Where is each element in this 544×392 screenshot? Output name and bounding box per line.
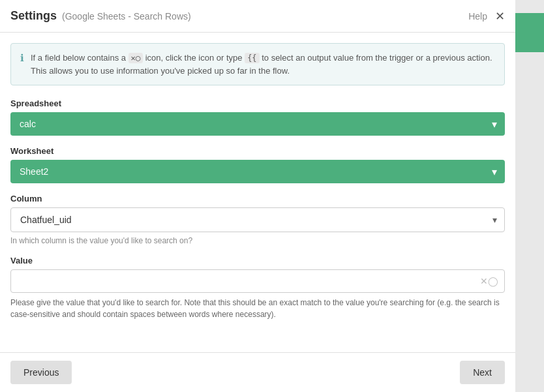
header-left: Settings (Google Sheets - Search Rows) <box>10 9 191 23</box>
worksheet-select[interactable]: Sheet2 <box>10 160 505 183</box>
side-panel-tab <box>515 13 544 52</box>
next-button[interactable]: Next <box>460 361 505 384</box>
spreadsheet-label: Spreadsheet <box>10 98 505 108</box>
info-box: ℹ If a field below contains a ✕◯ icon, c… <box>10 43 505 85</box>
header: Settings (Google Sheets - Search Rows) H… <box>0 0 515 33</box>
page-title: Settings <box>10 9 57 23</box>
worksheet-select-wrapper[interactable]: Sheet2 ▾ <box>10 160 505 183</box>
footer: Previous Next <box>0 352 515 392</box>
column-label: Column <box>10 194 505 204</box>
column-select[interactable]: Chatfuel_uid <box>10 207 505 232</box>
spreadsheet-field-group: Spreadsheet calc ▾ <box>10 98 505 136</box>
column-select-wrapper[interactable]: Chatfuel_uid ▾ <box>10 207 505 232</box>
column-hint: In which column is the value you'd like … <box>10 236 505 245</box>
value-label: Value <box>10 256 505 265</box>
worksheet-field-group: Worksheet Sheet2 ▾ <box>10 146 505 183</box>
info-icon: ℹ <box>20 52 24 64</box>
worksheet-label: Worksheet <box>10 146 505 156</box>
side-panel: ook roks/b <box>515 0 544 392</box>
icon-symbol: ✕◯ <box>128 53 143 63</box>
value-field-group: Value ✕◯ Please give the value that you'… <box>10 256 505 320</box>
value-note: Please give the value that you'd like to… <box>10 297 505 320</box>
info-text: If a field below contains a ✕◯ icon, cli… <box>31 52 495 77</box>
value-input-wrapper[interactable]: ✕◯ <box>10 269 505 293</box>
code-symbol: {{ <box>245 53 259 63</box>
spreadsheet-select[interactable]: calc <box>10 112 505 136</box>
spreadsheet-select-wrapper[interactable]: calc ▾ <box>10 112 505 136</box>
value-input-icon: ✕◯ <box>480 276 498 286</box>
page-subtitle: (Google Sheets - Search Rows) <box>62 11 191 22</box>
main-panel: Settings (Google Sheets - Search Rows) H… <box>0 0 515 392</box>
help-link[interactable]: Help <box>468 11 487 22</box>
header-right: Help ✕ <box>468 10 505 22</box>
value-input[interactable] <box>10 269 505 293</box>
close-button[interactable]: ✕ <box>495 10 505 22</box>
previous-button[interactable]: Previous <box>10 361 72 384</box>
column-field-group: Column Chatfuel_uid ▾ In which column is… <box>10 194 505 245</box>
content-area: ℹ If a field below contains a ✕◯ icon, c… <box>0 33 515 352</box>
